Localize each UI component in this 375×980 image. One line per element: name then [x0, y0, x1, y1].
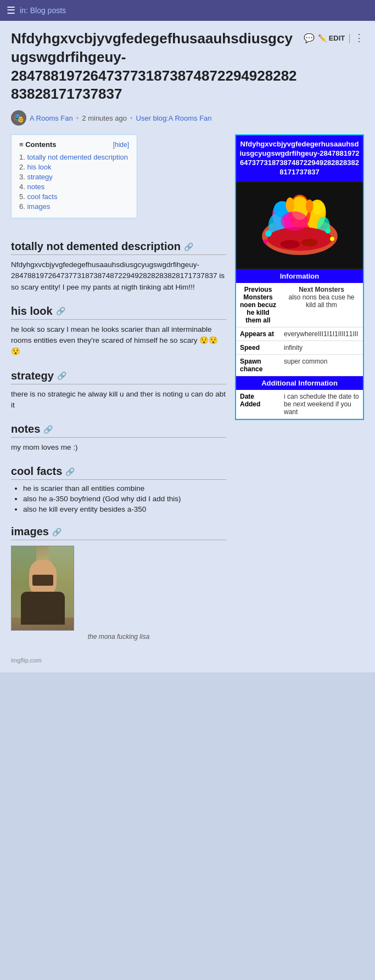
contents-item-4[interactable]: notes — [19, 183, 129, 191]
divider: | — [348, 32, 351, 44]
monster-svg — [236, 182, 363, 269]
date-added-row: Date Added i can schedule the date to be… — [236, 390, 363, 419]
svg-point-19 — [264, 239, 268, 243]
spawn-row: Spawn chance super common — [236, 354, 363, 376]
contents-list: totally not demented description his loo… — [19, 153, 129, 211]
appears-at-label: Appears at — [236, 327, 280, 341]
section-look-body: he look so scary I mean he looks scarier… — [11, 324, 226, 358]
author-link[interactable]: A Rooms Fan — [30, 114, 73, 122]
svg-point-13 — [267, 227, 332, 251]
prev-next-row: Previous Monsters noen becuz he killd th… — [236, 283, 363, 327]
section-look-edit-icon[interactable]: 🔗 — [56, 307, 65, 315]
section-strategy-heading: strategy 🔗 — [11, 370, 226, 384]
contents-link-5[interactable]: cool facts — [27, 192, 57, 201]
contents-item-3[interactable]: strategy — [19, 173, 129, 181]
contents-link-1[interactable]: totally not demented description — [27, 153, 128, 161]
page-title: Nfdyhgxvcbjyvgfedegefhusaauhsdiusgcyugsw… — [11, 30, 298, 104]
cool-fact-item-2: also he a-350 boyfriend (God why did I a… — [23, 495, 226, 503]
contents-link-4[interactable]: notes — [27, 183, 44, 191]
contents-item-5[interactable]: cool facts — [19, 192, 129, 201]
header-actions: 💬 ✏️ EDIT | ⋮ — [304, 30, 364, 44]
menu-icon[interactable]: ☰ — [7, 4, 15, 16]
contents-header: ≡ Contents [hide] — [19, 140, 129, 149]
contents-link-3[interactable]: strategy — [27, 173, 52, 181]
section-notes-heading: notes 🔗 — [11, 423, 226, 438]
additional-info-table: Date Added i can schedule the date to be… — [236, 390, 363, 419]
mona-collar — [32, 575, 53, 586]
speed-row: Speed infinity — [236, 341, 363, 354]
svg-point-18 — [325, 228, 331, 234]
avatar: 🎭 — [11, 110, 26, 126]
breadcrumb: in: Blog posts — [20, 6, 66, 15]
info-table: Previous Monsters noen becuz he killd th… — [236, 283, 363, 376]
user-blog-link[interactable]: User blog:A Rooms Fan — [136, 114, 212, 122]
contents-title: ≡ Contents — [19, 140, 57, 149]
svg-point-11 — [286, 197, 294, 213]
appears-at-row: Appears at everywhereIII1I1I1IIII11III — [236, 327, 363, 341]
speed-label: Speed — [236, 341, 280, 354]
section-strategy-edit-icon[interactable]: 🔗 — [57, 371, 66, 380]
section-description-edit-icon[interactable]: 🔗 — [184, 242, 193, 251]
svg-point-16 — [281, 211, 308, 230]
next-monsters-cell: Next Monsters also nons bea cuse he kild… — [280, 283, 363, 327]
cool-fact-item-1: he is scarier than all entities combine — [23, 484, 226, 492]
top-bar: ☰ in: Blog posts — [0, 0, 375, 21]
sidebar-title: Nfdyhgxvcbjyvgfedegerhusaauhsdiusgcyugsw… — [236, 135, 363, 182]
speed-value: infinity — [280, 341, 363, 354]
spawn-value: super common — [280, 354, 363, 376]
sidebar-info-header: Information — [236, 269, 363, 283]
section-coolfacts-heading: cool facts 🔗 — [11, 465, 226, 480]
contents-item-2[interactable]: his look — [19, 163, 129, 171]
svg-point-12 — [306, 200, 314, 213]
contents-link-6[interactable]: images — [27, 202, 50, 211]
svg-point-20 — [330, 236, 334, 241]
svg-point-15 — [301, 239, 317, 246]
main-content: ≡ Contents [hide] totally not demented d… — [11, 134, 226, 664]
spawn-label: Spawn chance — [236, 354, 280, 376]
edit-label: EDIT — [329, 34, 345, 42]
imgflip-credit: imgflip.com — [11, 657, 226, 664]
image-caption: the mona fucking lisa — [11, 633, 226, 641]
date-added-value: i can schedule the date to be next weeke… — [280, 390, 363, 419]
section-description-heading: totally not demented description 🔗 — [11, 240, 226, 255]
talk-button[interactable]: 💬 — [304, 33, 315, 43]
contents-link-2[interactable]: his look — [27, 163, 51, 171]
svg-point-9 — [312, 201, 325, 214]
time-ago: 2 minutes ago — [82, 114, 127, 122]
section-look-heading: his look 🔗 — [11, 305, 226, 320]
section-description-body: Nfdyhgxvcbjyvgfedegefhusaauhsdiusgcyugsw… — [11, 259, 226, 293]
author-row: 🎭 A Rooms Fan • 2 minutes ago • User blo… — [11, 110, 364, 126]
section-strategy-body: there is no strategic he alway kill u an… — [11, 389, 226, 411]
edit-pencil-icon: ✏️ — [318, 34, 327, 42]
appears-at-value: everywhereIII1I1I1IIII11III — [280, 327, 363, 341]
contents-box: ≡ Contents [hide] totally not demented d… — [11, 134, 137, 218]
cool-fact-item-3: also he kill every entity besides a-350 — [23, 505, 226, 513]
image-section: the mona fucking lisa — [11, 546, 226, 641]
page-header: Nfdyhgxvcbjyvgfedegefhusaauhsdiusgcyugsw… — [11, 30, 364, 104]
mona-body — [21, 592, 65, 625]
svg-point-17 — [265, 230, 272, 237]
sidebar-monster-image — [236, 182, 363, 269]
mona-lisa-image — [11, 546, 74, 631]
edit-button[interactable]: ✏️ EDIT — [318, 34, 345, 42]
contents-item-6[interactable]: images — [19, 202, 129, 211]
prev-monsters-cell: Previous Monsters noen becuz he killd th… — [236, 283, 280, 327]
section-images-heading: images 🔗 — [11, 525, 226, 540]
page-content: Nfdyhgxvcbjyvgfedegefhusaauhsdiusgcyugsw… — [0, 21, 375, 672]
sidebar-card: Nfdyhgxvcbjyvgfedegerhusaauhsdiusgcyugsw… — [235, 134, 364, 420]
section-notes-edit-icon[interactable]: 🔗 — [43, 425, 53, 434]
section-notes-body: my mom loves me :) — [11, 442, 226, 453]
body-layout: ≡ Contents [hide] totally not demented d… — [11, 134, 364, 664]
cool-facts-list: he is scarier than all entities combine … — [11, 484, 226, 513]
sidebar-additional-header: Additional Information — [236, 376, 363, 390]
breadcrumb-link[interactable]: Blog posts — [30, 6, 66, 15]
svg-point-14 — [281, 240, 300, 248]
section-coolfacts-edit-icon[interactable]: 🔗 — [65, 467, 75, 476]
section-images-edit-icon[interactable]: 🔗 — [52, 528, 61, 536]
date-added-label: Date Added — [236, 390, 280, 419]
contents-hide-button[interactable]: [hide] — [113, 141, 129, 149]
contents-item-1[interactable]: totally not demented description — [19, 153, 129, 161]
more-button[interactable]: ⋮ — [354, 32, 364, 44]
